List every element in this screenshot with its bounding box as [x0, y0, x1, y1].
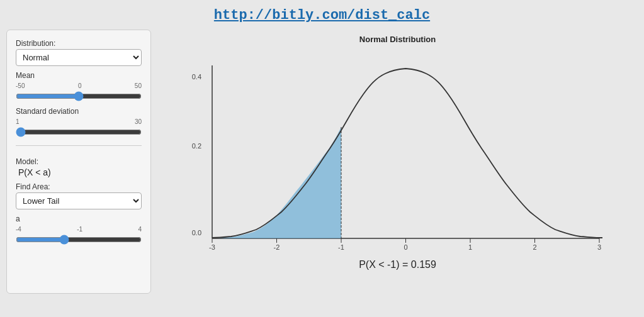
model-value: P(X < a) — [18, 167, 142, 177]
left-panel: Distribution: Normal t Chi-Square F Mean… — [6, 30, 151, 294]
svg-text:1: 1 — [468, 243, 472, 251]
find-area-section: Find Area: Lower Tail Upper Tail Two Tai… — [16, 182, 142, 209]
svg-text:-3: -3 — [209, 243, 215, 251]
sd-minmax: 1 30 — [16, 118, 142, 125]
distribution-svg: 0.4 0.2 0.0 -3 -2 -1 0 — [184, 47, 612, 254]
find-area-select-wrapper: Lower Tail Upper Tail Two Tails Middle — [16, 192, 142, 209]
sd-label: Standard deviation — [16, 107, 142, 116]
a-min: -4 — [16, 226, 21, 233]
mean-section: Mean -50 0 50 — [16, 71, 142, 102]
right-panel: Normal Distribution 0.4 0.2 0.0 -3 - — [151, 30, 638, 294]
svg-text:3: 3 — [597, 243, 601, 251]
distribution-select[interactable]: Normal t Chi-Square F — [16, 49, 142, 66]
svg-text:2: 2 — [533, 243, 536, 251]
divider-1 — [16, 145, 142, 146]
sd-section: Standard deviation 1 30 — [16, 107, 142, 138]
distribution-label: Distribution: — [16, 39, 142, 48]
chart-area: 0.4 0.2 0.0 -3 -2 -1 0 — [184, 47, 612, 254]
mean-max: 50 — [135, 82, 142, 89]
mean-minmax: -50 0 50 — [16, 82, 142, 89]
mean-min: -50 — [16, 82, 25, 89]
url-link[interactable]: http://bitly.com/dist_calc — [214, 8, 430, 23]
mean-slider[interactable] — [16, 91, 142, 102]
mean-label: Mean — [16, 71, 142, 80]
a-center: -1 — [77, 226, 82, 233]
chart-title: Normal Distribution — [359, 35, 436, 44]
a-max: 4 — [138, 226, 142, 233]
distribution-select-wrapper: Normal t Chi-Square F — [16, 49, 142, 66]
header: http://bitly.com/dist_calc — [0, 0, 644, 30]
svg-text:0: 0 — [404, 243, 407, 251]
main-content: Distribution: Normal t Chi-Square F Mean… — [0, 30, 644, 294]
svg-text:0.4: 0.4 — [191, 73, 201, 81]
svg-text:0.2: 0.2 — [191, 142, 201, 150]
model-label: Model: — [16, 157, 142, 166]
distribution-section: Distribution: Normal t Chi-Square F — [16, 39, 142, 66]
svg-text:-1: -1 — [338, 243, 344, 251]
model-section: Model: P(X < a) — [16, 153, 142, 177]
sd-min: 1 — [16, 118, 20, 125]
a-label: a — [16, 214, 142, 223]
find-area-select[interactable]: Lower Tail Upper Tail Two Tails Middle — [16, 192, 142, 209]
find-area-label: Find Area: — [16, 182, 142, 191]
svg-text:-2: -2 — [273, 243, 280, 251]
sd-max: 30 — [135, 118, 142, 125]
sd-slider[interactable] — [16, 126, 142, 138]
prob-text: P(X < -1) = 0.159 — [359, 259, 436, 270]
mean-center: 0 — [78, 82, 82, 89]
a-section: a -4 -1 4 — [16, 214, 142, 245]
svg-text:0.0: 0.0 — [191, 229, 201, 236]
a-minmax: -4 -1 4 — [16, 226, 142, 233]
a-slider[interactable] — [16, 234, 142, 245]
